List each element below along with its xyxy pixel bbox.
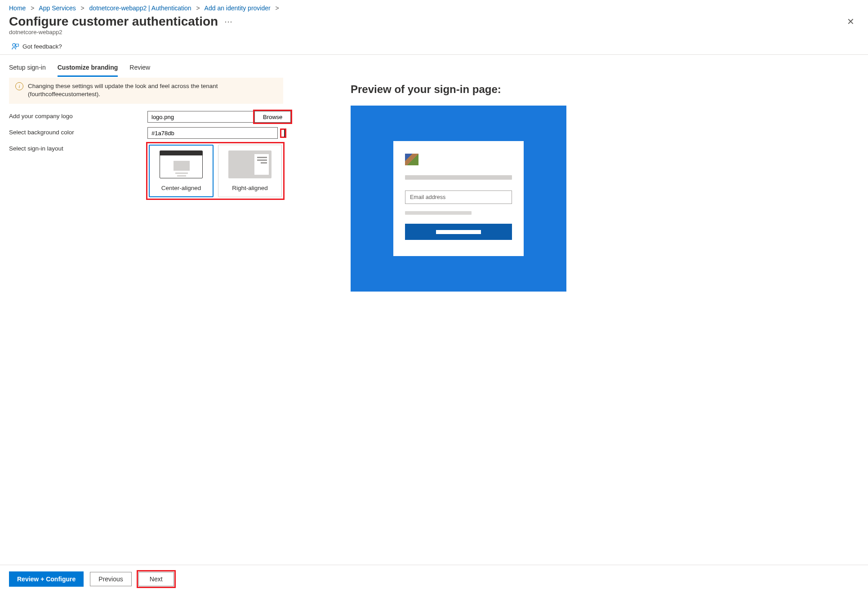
logo-label: Add your company logo bbox=[9, 111, 147, 119]
chevron-right-icon: > bbox=[79, 4, 86, 12]
preview-placeholder-bar bbox=[405, 211, 472, 215]
layout-option-center-label: Center-aligned bbox=[150, 185, 213, 191]
layout-option-right-label: Right-aligned bbox=[218, 185, 281, 191]
layout-thumb-right-icon bbox=[228, 150, 272, 178]
page-title: Configure customer authentication bbox=[9, 14, 218, 29]
preview-placeholder-bar bbox=[405, 175, 512, 180]
preview-canvas: Email address bbox=[351, 106, 566, 292]
preview-email-input: Email address bbox=[405, 190, 512, 204]
info-icon: i bbox=[15, 82, 23, 90]
info-banner: i Changing these settings will update th… bbox=[9, 78, 283, 104]
bgcolor-input[interactable] bbox=[147, 127, 278, 139]
layout-label: Select sign-in layout bbox=[9, 143, 147, 152]
preview-signin-card: Email address bbox=[393, 141, 524, 256]
close-icon[interactable]: ✕ bbox=[842, 14, 859, 29]
breadcrumb-add-identity-provider[interactable]: Add an identity provider bbox=[205, 4, 271, 12]
tab-bar: Setup sign-in Customize branding Review bbox=[0, 59, 868, 77]
preview-heading: Preview of your sign-in page: bbox=[351, 83, 566, 96]
feedback-link[interactable]: Got feedback? bbox=[0, 39, 868, 55]
bgcolor-swatch[interactable] bbox=[284, 129, 285, 137]
preview-button-label-placeholder bbox=[436, 230, 481, 234]
preview-logo-icon bbox=[405, 154, 418, 165]
chevron-right-icon: > bbox=[274, 4, 279, 12]
breadcrumb-app-auth[interactable]: dotnetcore-webapp2 | Authentication bbox=[89, 4, 191, 12]
feedback-icon bbox=[12, 43, 19, 50]
bgcolor-label: Select background color bbox=[9, 127, 147, 136]
review-configure-button[interactable]: Review + Configure bbox=[9, 571, 84, 587]
previous-button[interactable]: Previous bbox=[90, 572, 131, 586]
preview-submit-button bbox=[405, 224, 512, 240]
page-subtitle: dotnetcore-webapp2 bbox=[0, 29, 868, 39]
action-bar: Review + Configure Previous Next bbox=[0, 565, 868, 593]
next-button[interactable]: Next bbox=[138, 572, 174, 586]
more-actions-icon[interactable]: ⋯ bbox=[224, 17, 232, 27]
chevron-right-icon: > bbox=[29, 4, 36, 12]
breadcrumb-home[interactable]: Home bbox=[9, 4, 26, 12]
tab-review[interactable]: Review bbox=[129, 59, 150, 77]
svg-point-0 bbox=[13, 44, 15, 46]
layout-thumb-center-icon bbox=[160, 150, 203, 178]
breadcrumb: Home > App Services > dotnetcore-webapp2… bbox=[0, 0, 868, 13]
logo-filename-input[interactable] bbox=[147, 111, 254, 123]
layout-option-right[interactable]: Right-aligned bbox=[218, 145, 282, 197]
feedback-label: Got feedback? bbox=[22, 43, 62, 50]
chevron-right-icon: > bbox=[195, 4, 202, 12]
browse-button[interactable]: Browse bbox=[254, 111, 291, 123]
layout-option-center[interactable]: Center-aligned bbox=[149, 145, 214, 197]
tab-customize-branding[interactable]: Customize branding bbox=[58, 59, 118, 77]
info-text: Changing these settings will update the … bbox=[28, 82, 277, 98]
tab-setup-signin[interactable]: Setup sign-in bbox=[9, 59, 46, 77]
breadcrumb-app-services[interactable]: App Services bbox=[39, 4, 76, 12]
